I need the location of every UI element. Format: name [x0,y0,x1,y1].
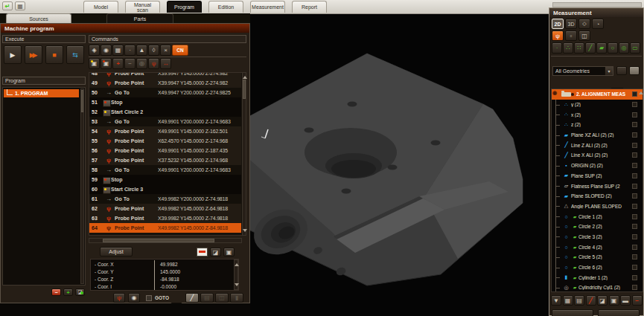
program-tree[interactable]: 1. PROGRAM [2,87,86,286]
tree-item[interactable]: Cylinder 1 (2) [552,272,643,283]
tree-item[interactable]: Plane SLOPED (2) [552,191,643,201]
add-step-button[interactable]: + [63,288,73,296]
step-icon[interactable]: − [124,58,136,69]
preview-icon[interactable]: ◉ [101,45,112,56]
eye-button[interactable]: ◉ [128,293,140,303]
cnc-start-icon[interactable]: ▣ [89,58,100,69]
program-node-1[interactable]: 1. PROGRAM [4,89,79,97]
top-scrollbar[interactable] [552,2,642,7]
view-rotate-button[interactable]: ◔ [592,19,604,29]
visibility-checkbox[interactable] [632,234,637,239]
pages-icon[interactable]: ▣ [223,248,235,257]
visibility-checkbox[interactable] [632,193,637,199]
tree-item[interactable]: y (2) [552,100,643,110]
visibility-checkbox[interactable] [632,254,637,259]
command-row[interactable]: 52 Start Circle 2 [89,107,241,117]
command-row[interactable]: 55 Probe Point X62.4570 Y145.0000 Z-174.… [89,136,241,146]
visibility-checkbox[interactable] [632,285,637,290]
command-row[interactable]: 60 Start Circle 3 [89,184,241,194]
scrollbar-thumb[interactable] [103,239,214,242]
tree-item[interactable]: Circle 4 (2) [552,242,643,252]
tools-icon[interactable]: ◈ [89,45,100,56]
visibility-checkbox[interactable] [632,143,637,148]
tree-item[interactable]: Line Z ALI (2) (2) [552,140,643,150]
tree-item[interactable]: Angle PLANE SLOPED [552,201,643,212]
tree-item[interactable]: Flatness Plane SUP (2 [552,181,643,191]
geo-plane-icon[interactable]: ▰ [596,42,607,54]
tab-measurement[interactable]: Measurement [250,1,285,13]
list-view-button[interactable]: ▤ [574,295,584,306]
filter-button[interactable]: ▼ [551,295,561,306]
device-icon[interactable]: ▦ [15,1,25,10]
tab-manual-scan[interactable]: Manual scan [125,1,160,13]
remove-button[interactable]: − [632,295,643,306]
footer-button-1[interactable] [552,309,593,316]
limits-icon[interactable]: ↔ [160,58,171,69]
tab-parts[interactable]: Parts [106,13,173,23]
geometry-tree[interactable]: 2. ALIGNMENT MEAS y (2) x (2) [551,88,643,292]
visibility-checkbox[interactable] [632,173,637,178]
geo-circle-icon[interactable]: ○ [608,42,618,54]
visibility-checkbox[interactable] [632,102,637,107]
command-row[interactable]: 54 Probe Point X49.9901 Y145.0000 Z-162.… [89,126,241,136]
command-list[interactable]: 48 Probe Point X39.9947 Y145.0000 Z-274.… [89,72,246,236]
scroll-down-icon[interactable] [235,283,239,288]
solid-view-button[interactable]: ▫ [565,30,577,41]
command-hscrollbar[interactable] [89,238,242,243]
program-scrollbar[interactable] [80,88,84,284]
geo-slot-icon[interactable]: ◎ [619,42,629,54]
probe-icon[interactable]: ψ [148,58,159,69]
overlay-view-button[interactable]: ◫ [578,30,590,41]
tree-scrollbar[interactable] [639,89,643,119]
copy-page-icon[interactable]: ◪ [210,248,221,257]
probe-mode-button[interactable]: ψ [552,30,564,41]
command-row[interactable]: 49 Probe Point X39.9947 Y145.0000 Z-274.… [89,78,241,88]
command-row[interactable]: 51 Stop [89,97,241,107]
tree-item[interactable]: z (2) [552,120,643,130]
report-table-button[interactable]: ▦ [563,295,573,306]
command-row[interactable]: 58 Go To X49.9901 Y200.0000 Z-174.9683 [89,165,241,175]
window-button[interactable]: ◫ [215,293,229,303]
visibility-checkbox[interactable] [632,245,637,250]
path-button[interactable]: ⇆ [66,45,84,64]
edit-pencil-button[interactable]: ╱ [185,293,199,303]
tab-model[interactable]: Model [83,1,118,13]
tree-item[interactable]: Circle 1 (2) [552,211,643,222]
tree-item[interactable]: Circle 3 (2) [552,232,643,242]
tree-item[interactable]: Circle 2 (2) [552,222,643,232]
command-row[interactable]: 53 Go To X49.9901 Y200.0000 Z-174.9683 [89,117,241,126]
tab-edition[interactable]: Edition [208,1,243,13]
visibility-checkbox[interactable] [632,152,637,158]
hand-icon[interactable]: ◊ [148,45,159,56]
visibility-checkbox[interactable] [632,275,637,280]
visibility-checkbox[interactable] [632,224,637,229]
probe-display-button[interactable]: ψ [113,293,125,303]
view-polyline-button[interactable]: ◇ [578,19,590,29]
footer-button-2[interactable] [598,309,640,316]
command-row[interactable]: 61 Go To X49.9982 Y200.0000 Z-74.9818 [89,194,241,204]
adjust-button[interactable]: Adjust [100,247,133,257]
remove-step-button[interactable]: − [51,288,61,296]
view-3d-button[interactable]: 3D [565,19,577,29]
command-scrollbar[interactable] [242,72,246,236]
scroll-up-icon[interactable] [235,261,239,266]
paste-button[interactable]: ▣ [609,295,619,306]
tree-item[interactable]: Circle 5 (2) [552,252,643,262]
geo-points-icon[interactable]: ∴ [563,42,573,54]
tab-sources[interactable]: Sources [6,13,71,23]
folder-button[interactable]: ▬ [620,295,631,306]
command-row[interactable]: 62 Probe Point X49.9982 Y145.0000 Z-64.9… [89,204,241,213]
annotation-icon[interactable]: ▲ [136,45,147,56]
tree-item[interactable]: Line X ALI (2) (2) [552,150,643,161]
tree-item[interactable]: Cylindricity Cyl1 (2) [552,283,643,292]
geo-line-icon[interactable]: ╱ [585,42,596,54]
geo-point-icon[interactable]: · [552,42,562,54]
cut-icon[interactable]: × [160,45,171,56]
visibility-checkbox[interactable] [632,91,637,97]
target-icon[interactable]: ◎ [136,58,147,69]
tree-item[interactable]: x (2) [552,109,643,120]
command-row[interactable]: 59 Stop [89,175,241,184]
scroll-down-icon[interactable] [243,229,247,234]
stop-run-button[interactable]: ■ [45,45,63,64]
copy-button[interactable]: ◪ [597,295,608,306]
